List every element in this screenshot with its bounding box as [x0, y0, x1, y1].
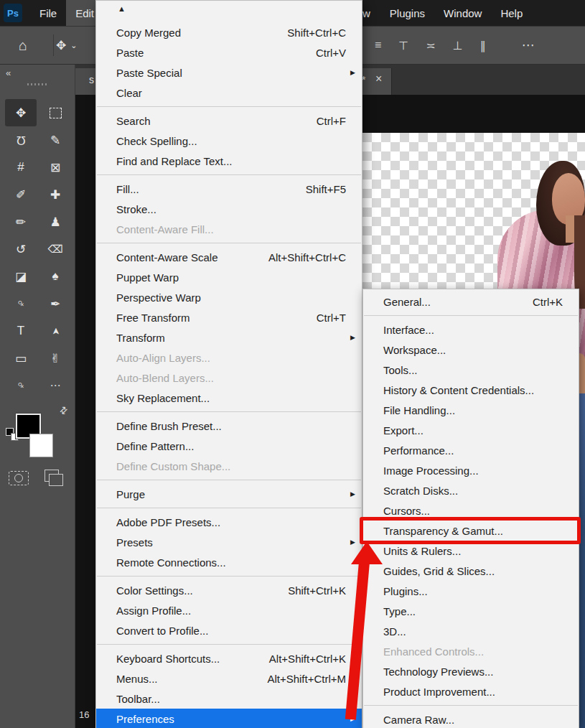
distribute-vertical-icon[interactable]: ≡ [375, 39, 381, 52]
quick-selection-tool[interactable]: ✎ [39, 126, 71, 154]
edit-menu-item-remote-connections[interactable]: Remote Connections... [96, 552, 362, 572]
edit-menu-item-toolbar[interactable]: Toolbar... [96, 689, 362, 709]
preferences-item-general[interactable]: General...Ctrl+K [363, 291, 579, 312]
align-middle-icon[interactable]: ≍ [426, 39, 435, 52]
preferences-item-technology-previews[interactable]: Technology Previews... [363, 661, 579, 681]
history-brush-tool-glyph: ↺ [16, 242, 26, 257]
rectangle-tool[interactable]: ▭ [5, 345, 37, 372]
preferences-item-3d[interactable]: 3D... [363, 621, 579, 641]
tools-panel-bottom [0, 467, 75, 493]
move-tool-icon[interactable]: ✥ [56, 38, 66, 53]
dodge-tool[interactable]: ♀ [5, 290, 37, 317]
history-brush-tool[interactable]: ↺ [5, 235, 37, 263]
perspective-crop-tool[interactable]: ⊠ [39, 154, 71, 181]
annotation-highlight-box [360, 517, 581, 544]
background-color-swatch[interactable] [29, 434, 53, 457]
edit-menu-item-define-brush-preset[interactable]: Define Brush Preset... [96, 416, 362, 436]
path-selection-tool[interactable]: ➤ [39, 317, 71, 345]
preferences-item-interface[interactable]: Interface... [363, 319, 579, 340]
quick-mask-icon[interactable] [9, 471, 29, 485]
menu-item-label: Units & Rulers... [383, 545, 563, 557]
status-zoom-level[interactable]: 16 [79, 709, 89, 720]
edit-menu-item-fill[interactable]: Fill...Shift+F5 [96, 179, 362, 199]
edit-menu-item-define-pattern[interactable]: Define Pattern... [96, 436, 362, 456]
more-options-icon[interactable]: ⋯ [522, 37, 535, 53]
edit-menu-item-presets[interactable]: Presets▶ [96, 532, 362, 552]
menu-scroll-up-icon[interactable]: ▲ [118, 4, 126, 13]
edit-menu-item-assign-profile[interactable]: Assign Profile... [96, 600, 362, 620]
edit-menu-item-copy-merged[interactable]: Copy MergedShift+Ctrl+C [96, 22, 362, 42]
menubar-item-file[interactable]: File [30, 0, 66, 26]
hand-tool[interactable]: ✌ [39, 345, 71, 372]
edit-menu-item-transform[interactable]: Transform▶ [96, 327, 362, 347]
menu-item-shortcut: Ctrl+V [316, 47, 346, 59]
tool-caret-icon[interactable]: ⌄ [70, 41, 77, 50]
home-icon[interactable]: ⌂ [19, 37, 27, 54]
preferences-item-type[interactable]: Type... [363, 601, 579, 621]
rectangular-marquee-tool[interactable] [39, 99, 71, 126]
edit-menu-item-perspective-warp[interactable]: Perspective Warp [96, 287, 362, 307]
eraser-tool[interactable]: ⌫ [39, 235, 71, 263]
edit-menu-item-color-settings[interactable]: Color Settings...Shift+Ctrl+K [96, 580, 362, 600]
align-center-icon[interactable]: ∥ [480, 39, 486, 52]
align-top-icon[interactable]: ⊤ [398, 39, 408, 52]
type-tool[interactable]: T [5, 317, 37, 345]
collapse-panel-icon[interactable]: « [6, 67, 11, 78]
tab-close-icon[interactable]: × [375, 73, 382, 85]
lasso-tool[interactable]: Ω [5, 126, 37, 154]
preferences-item-workspace[interactable]: Workspace... [363, 340, 579, 360]
zoom-tool[interactable]: ♀ [5, 372, 37, 399]
edit-menu-item-sky-replacement[interactable]: Sky Replacement... [96, 388, 362, 408]
brush-tool[interactable]: ✏ [5, 208, 37, 235]
edit-menu-item-find-and-replace-text[interactable]: Find and Replace Text... [96, 151, 362, 171]
pen-tool[interactable]: ✒ [39, 290, 71, 317]
preferences-item-tools[interactable]: Tools... [363, 360, 579, 380]
swap-colors-icon[interactable]: ⇄ [57, 403, 70, 416]
menu-item-label: Color Settings... [116, 584, 268, 597]
menubar-item-window[interactable]: Window [434, 0, 491, 26]
preferences-item-export[interactable]: Export... [363, 420, 579, 440]
menubar-item-plugins[interactable]: Plugins [380, 0, 434, 26]
menu-item-shortcut: Ctrl+F [317, 115, 346, 127]
preferences-item-product-improvement[interactable]: Product Improvement... [363, 681, 579, 701]
preferences-item-plugins[interactable]: Plugins... [363, 581, 579, 601]
paint-bucket-tool[interactable]: ◪ [5, 263, 37, 290]
crop-tool[interactable]: # [5, 154, 37, 181]
edit-menu-item-convert-to-profile[interactable]: Convert to Profile... [96, 620, 362, 640]
preferences-item-scratch-disks[interactable]: Scratch Disks... [363, 480, 579, 500]
menubar-item-help[interactable]: Help [491, 0, 532, 26]
spot-healing-brush-tool[interactable]: ✚ [39, 181, 71, 208]
edit-menu-item-keyboard-shortcuts[interactable]: Keyboard Shortcuts...Alt+Shift+Ctrl+K [96, 648, 362, 668]
panel-grip-icon[interactable] [27, 83, 49, 85]
eyedropper-tool[interactable]: ✐ [5, 181, 37, 208]
edit-menu-item-menus[interactable]: Menus...Alt+Shift+Ctrl+M [96, 668, 362, 689]
edit-menu-item-search[interactable]: SearchCtrl+F [96, 111, 362, 131]
blur-tool[interactable]: ♠ [39, 263, 71, 290]
edit-menu-item-check-spelling[interactable]: Check Spelling... [96, 131, 362, 151]
menu-item-label: Find and Replace Text... [116, 155, 346, 167]
edit-menu-item-adobe-pdf-presets[interactable]: Adobe PDF Presets... [96, 512, 362, 532]
clone-stamp-tool[interactable]: ♟ [39, 208, 71, 235]
preferences-item-file-handling[interactable]: File Handling... [363, 400, 579, 420]
align-bottom-icon[interactable]: ⊥ [453, 39, 463, 52]
menu-item-label: Free Transform [116, 312, 296, 324]
menubar-item-w[interactable]: w [362, 0, 380, 26]
preferences-item-camera-raw[interactable]: Camera Raw... [363, 709, 579, 728]
edit-menu-item-preferences[interactable]: Preferences▶ [96, 709, 362, 728]
preferences-item-image-processing[interactable]: Image Processing... [363, 460, 579, 480]
screen-mode-icon[interactable] [45, 470, 59, 482]
edit-menu-item-purge[interactable]: Purge▶ [96, 484, 362, 504]
menu-item-label: Perspective Warp [116, 291, 346, 304]
more-tools[interactable]: ⋯ [39, 372, 71, 399]
edit-menu-item-free-transform[interactable]: Free TransformCtrl+T [96, 307, 362, 327]
preferences-item-performance[interactable]: Performance... [363, 440, 579, 460]
edit-menu-item-content-aware-scale[interactable]: Content-Aware ScaleAlt+Shift+Ctrl+C [96, 247, 362, 267]
edit-menu-item-paste-special[interactable]: Paste Special▶ [96, 62, 362, 83]
edit-menu-item-paste[interactable]: PasteCtrl+V [96, 42, 362, 62]
move-tool[interactable]: ✥ [5, 99, 37, 126]
preferences-item-history-content-credentials[interactable]: History & Content Credentials... [363, 380, 579, 400]
edit-menu-item-puppet-warp[interactable]: Puppet Warp [96, 267, 362, 287]
preferences-item-guides-grid-slices[interactable]: Guides, Grid & Slices... [363, 561, 579, 581]
edit-menu-item-stroke[interactable]: Stroke... [96, 199, 362, 219]
edit-menu-item-clear[interactable]: Clear [96, 83, 362, 103]
